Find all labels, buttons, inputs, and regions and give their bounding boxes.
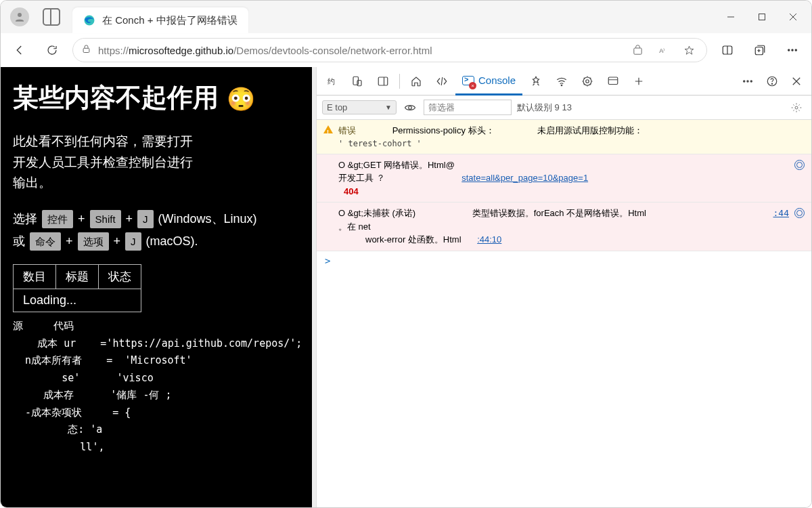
url-text: https://microsoftedge.github.io/Demos/de… [98,45,621,56]
svg-point-33 [771,83,772,84]
svg-text:A⁾: A⁾ [659,47,664,54]
svg-rect-3 [759,14,765,20]
application-tab-icon[interactable] [601,69,625,93]
window-titlebar: 在 Conch + 中报告了网络错误 [1,1,811,33]
key-j: J [137,210,154,228]
error-link[interactable]: state=all&per_page=10&page=1 [461,173,588,183]
profile-avatar[interactable] [10,7,29,26]
devtools-help-icon[interactable] [760,69,784,93]
collections-icon[interactable] [748,38,772,62]
lock-icon [81,44,91,56]
svg-point-31 [750,80,752,81]
source-link[interactable]: :44 [773,207,789,220]
source-code-block: 源代码 成本 ur ='https://api.github.com/repos… [13,318,300,456]
loading-table: 数目标题状态 Loading... [13,264,141,312]
console-filter-bar: E top▼ 默认级别 9 13 [317,96,811,120]
shortcut-line-2: 或 命令 + 选项 + J (macOS). [13,230,300,252]
page-heading: 某些内容不起作用😳 [13,81,300,115]
minimize-button[interactable] [715,3,746,30]
shortcut-line-1: 选择 控件 + Shift + J (Windows、Linux) [13,208,300,230]
key-ctrl: 控件 [42,210,73,228]
warning-icon [323,125,333,135]
page-description: 此处看不到任何内容，需要打开开发人员工具并检查控制台进行输出。 [13,131,202,193]
live-expression-icon[interactable] [402,96,418,120]
loading-cell: Loading... [14,289,141,312]
status-404: 404 [344,186,359,196]
address-bar[interactable]: https://microsoftedge.github.io/Demos/de… [72,38,707,62]
svg-text:约: 约 [328,77,335,85]
expand-icon[interactable] [794,160,805,170]
browser-toolbar: https://microsoftedge.github.io/Demos/de… [1,33,811,67]
devtools-close-icon[interactable] [784,69,809,93]
svg-rect-7 [633,47,641,54]
svg-point-37 [795,106,798,109]
more-tabs-icon[interactable] [627,69,651,93]
console-error-2[interactable]: :44 O &gt;未捕获 (承诺) 类型错误数据。forEach 不是网络错误… [317,203,811,251]
window-controls [715,3,809,30]
key-opt: 选项 [78,232,109,251]
console-prompt[interactable]: > [317,251,811,270]
devtools-panel: 约 × Console E top▼ [316,67,811,507]
context-dropdown[interactable]: E top▼ [322,100,397,114]
favorite-icon[interactable] [679,41,698,60]
welcome-tab-icon[interactable] [404,69,428,93]
browser-tab[interactable]: 在 Conch + 中报告了网络错误 [72,7,248,33]
svg-rect-25 [608,77,618,85]
svg-point-30 [747,80,748,81]
dock-icon[interactable] [371,69,395,93]
log-level-selector[interactable]: 默认级别 9 13 [517,102,572,114]
error-badge: × [469,82,476,89]
expand-icon[interactable] [794,208,805,218]
tab-actions-icon[interactable] [43,8,60,26]
devtools-more-icon[interactable] [736,69,760,93]
content-area: 某些内容不起作用😳 此处看不到任何内容，需要打开开发人员工具并检查控制台进行输出… [1,67,811,507]
svg-point-0 [18,13,22,17]
sources-tab-icon[interactable] [524,69,548,93]
key-shift: Shift [90,210,121,228]
console-warning[interactable]: 错误 Permissions-policy 标头： 未启用源试用版控制功能： '… [317,120,811,154]
svg-point-22 [561,85,562,86]
svg-point-36 [409,106,412,109]
device-icon[interactable] [345,69,369,93]
split-screen-icon[interactable] [715,38,740,62]
refresh-button[interactable] [40,38,64,62]
console-error-1[interactable]: O &gt;GET 网络错误。Html@ 开发工具 ？ state=all&pe… [317,154,811,203]
shopping-icon[interactable] [628,41,647,60]
demo-page: 某些内容不起作用😳 此处看不到任何内容，需要打开开发人员工具并检查控制台进行输出… [1,67,312,507]
maximize-button[interactable] [746,3,777,30]
devtools-tabstrip: 约 × Console [317,67,811,96]
close-button[interactable] [777,3,809,30]
svg-point-24 [586,79,589,83]
settings-menu-icon[interactable] [780,38,805,62]
inspect-icon[interactable]: 约 [319,69,344,93]
console-messages: 错误 Permissions-policy 标头： 未启用源试用版控制功能： '… [317,120,811,507]
performance-tab-icon[interactable] [575,69,600,93]
console-settings-icon[interactable] [787,98,806,117]
source-link-2[interactable]: :44:10 [477,234,501,245]
elements-tab-icon[interactable] [430,69,454,93]
key-cmd: 命令 [30,232,61,251]
flushed-emoji: 😳 [227,86,255,112]
svg-point-14 [788,49,790,51]
network-tab-icon[interactable] [549,69,574,93]
svg-rect-20 [378,77,388,85]
filter-input[interactable] [424,100,512,115]
svg-point-29 [744,80,745,81]
back-button[interactable] [7,38,32,62]
console-tab[interactable]: × Console [455,67,522,96]
tab-title: 在 Conch + 中报告了网络错误 [102,14,238,27]
console-tab-label: Console [478,75,516,86]
svg-rect-6 [83,48,89,52]
svg-point-15 [792,49,793,51]
edge-logo-icon [83,14,95,26]
svg-point-16 [795,49,796,51]
key-j2: J [125,232,141,251]
read-aloud-icon[interactable]: A⁾ [654,41,673,60]
